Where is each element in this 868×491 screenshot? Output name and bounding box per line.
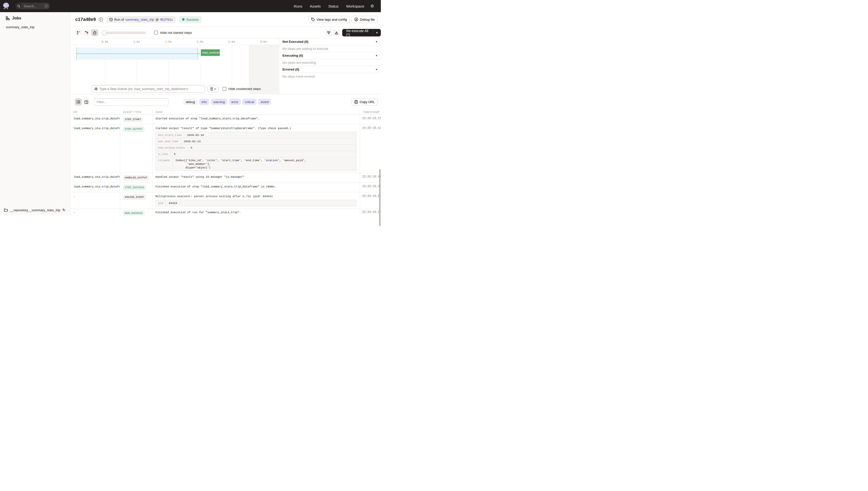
gantt-toolbar: Hide not started steps Re-execute All (*…	[70, 27, 381, 38]
folder-icon	[4, 208, 8, 212]
col-header-op[interactable]: OP	[70, 110, 120, 114]
gantt-step-box[interactable]: load_summary…	[201, 49, 220, 56]
log-timestamp[interactable]: 15:30:18.442	[360, 173, 381, 182]
level-filter-debug[interactable]: debug	[183, 99, 197, 105]
level-filter-error[interactable]: error	[229, 99, 241, 105]
gantt-chart[interactable]: 0.5s1.0s1.5s2.0s2.5s3.0s load_summary… T…	[70, 38, 279, 94]
log-row[interactable]: - ENGINE_EVENT Multiprocess executor: pa…	[70, 193, 381, 208]
copy-url-label: Copy URL	[360, 100, 375, 104]
left-sidebar: Jobs summary_stats_trip __repository__su…	[0, 12, 70, 215]
snapshot-link[interactable]: f61f761c	[160, 18, 173, 21]
metadata-row: n_rows4	[155, 151, 356, 157]
log-op: -	[70, 193, 120, 208]
metadata-value: 4	[171, 151, 178, 157]
run-of-pill: Run of summary_stats_trip @ f61f761c	[106, 16, 176, 23]
dagster-logo-icon[interactable]	[2, 2, 10, 10]
graph-query-button[interactable]	[208, 85, 219, 93]
col-header-event-type[interactable]: EVENT TYPE	[120, 110, 153, 114]
log-timestamp[interactable]: 15:30:18.451	[360, 183, 381, 192]
log-timestamp[interactable]: 15:30:18.895	[360, 193, 381, 208]
scroll-top-button[interactable]	[333, 29, 340, 36]
event-type-badge: STEP_SUCCESS	[123, 185, 146, 190]
scroll-bottom-button[interactable]	[325, 29, 332, 36]
metadata-value: Index(['bike_id', 'color', 'start_time',…	[173, 157, 309, 171]
debug-file-button[interactable]: Debug file	[351, 16, 378, 23]
status-section-header[interactable]: Errored (0) ▼	[279, 66, 381, 73]
log-timestamp[interactable]: 15:30:18.427	[360, 124, 381, 173]
reexecute-dropdown-caret[interactable]: ▼	[373, 29, 381, 36]
nav-link-assets[interactable]: Assets	[310, 4, 320, 8]
nav-link-workspace[interactable]: Workspace	[346, 4, 364, 8]
level-filter-critical[interactable]: critical	[242, 99, 256, 105]
zoom-slider[interactable]	[102, 32, 146, 34]
level-filter-event[interactable]: event	[258, 99, 271, 105]
reexecute-all-button[interactable]: Re-execute All (*) ▼	[342, 29, 381, 36]
pipeline-link[interactable]: summary_stats_trip	[125, 18, 154, 21]
zoom-slider-handle[interactable]	[102, 30, 107, 35]
vertical-scrollbar-thumb[interactable]	[379, 169, 380, 215]
log-row[interactable]: load_summary_sta…trip_dataframe HANDLED_…	[70, 173, 381, 183]
metadata-key: n_rows	[156, 151, 171, 157]
copy-url-button[interactable]: Copy URL	[351, 98, 378, 106]
search-icon	[15, 3, 22, 9]
dock-top-icon	[335, 31, 338, 34]
stopwatch-view-button[interactable]	[91, 29, 98, 36]
step-status-panel: Not Executed (0) ▼ No steps are waiting …	[279, 38, 381, 94]
chevron-up-icon	[214, 88, 216, 90]
log-event-type: RUN_SUCCESS	[120, 208, 153, 215]
log-op: -	[70, 208, 120, 215]
waterfall-view-button[interactable]	[83, 29, 90, 36]
log-list-view-button[interactable]	[75, 98, 82, 106]
dock-bottom-icon	[327, 31, 331, 34]
reexecute-all-label[interactable]: Re-execute All (*)	[342, 29, 373, 37]
event-type-badge: HANDLED_OUTPUT	[123, 175, 149, 181]
level-filter-info[interactable]: info	[199, 99, 209, 105]
log-row[interactable]: load_summary_sta…trip_dataframe STEP_SUC…	[70, 183, 381, 193]
collapse-triangle-icon[interactable]: ▼	[375, 68, 378, 71]
collapse-triangle-icon[interactable]: ▼	[375, 40, 378, 43]
hide-unselected-checkbox[interactable]	[222, 87, 226, 91]
view-tags-config-button[interactable]: View tags and config	[308, 16, 350, 23]
log-row[interactable]: load_summary_sta…trip_dataframe STEP_STA…	[70, 115, 381, 124]
column-divider	[120, 110, 120, 215]
log-structured-view-button[interactable]	[83, 98, 90, 106]
level-filter-warning[interactable]: warning	[211, 99, 227, 105]
status-section-header[interactable]: Executing (0) ▼	[279, 52, 381, 59]
col-header-info[interactable]: INFO	[153, 110, 360, 114]
nav-link-runs[interactable]: Runs	[293, 4, 302, 8]
refresh-icon[interactable]: ↻	[62, 208, 66, 212]
repository-bar[interactable]: __repository__summary_stats_trip ↻	[0, 205, 70, 215]
log-timestamp[interactable]: 15:30:18.152	[360, 115, 381, 124]
history-clock-icon	[109, 18, 113, 21]
settings-gear-icon[interactable]: ⚙	[370, 4, 374, 9]
collapse-triangle-icon[interactable]: ▼	[375, 54, 378, 57]
flat-view-icon	[77, 31, 81, 34]
flat-view-button[interactable]	[75, 29, 82, 36]
log-filter-placeholder: Filter...	[97, 100, 106, 104]
log-timestamp[interactable]: 15:30:18.904	[360, 208, 381, 215]
nav-link-status[interactable]: Status	[328, 4, 339, 8]
log-op: load_summary_sta…trip_dataframe	[70, 173, 120, 182]
hide-not-started-checkbox[interactable]	[154, 31, 158, 34]
sidebar-item-job[interactable]: summary_stats_trip	[0, 21, 70, 29]
main-content: c17a48e9 i Run of summary_stats_trip @ f…	[70, 12, 381, 215]
log-toolbar: Filter... debuginfowarningerrorcriticale…	[70, 94, 381, 110]
col-header-timestamp[interactable]: TIMESTAMP	[360, 110, 381, 114]
gantt-axis-tick: 2.0s	[197, 40, 204, 43]
status-section-empty-text: No steps are waiting to execute	[279, 45, 381, 52]
clipboard-icon	[354, 100, 358, 104]
jobs-section-header: Jobs	[0, 12, 70, 21]
step-subset-input[interactable]: Type a Step Subset (ex: load_summary_sta…	[92, 85, 205, 93]
search-input[interactable]: Search... /	[15, 3, 50, 9]
metadata-row: max_end_time2020-02-13	[155, 138, 356, 145]
status-section-header[interactable]: Not Executed (0) ▼	[279, 38, 381, 45]
log-row[interactable]: - RUN_SUCCESS Finished execution of run …	[70, 208, 381, 215]
status-section-title: Errored (0)	[282, 67, 299, 71]
event-type-badge: STEP_START	[123, 117, 143, 122]
log-row[interactable]: load_summary_sta…trip_dataframe STEP_OUT…	[70, 124, 381, 173]
info-icon[interactable]: i	[99, 18, 103, 22]
gantt-axis-tick: 0.5s	[101, 40, 108, 43]
log-info: Multiprocess executor: parent process ex…	[153, 193, 360, 208]
log-filter-input[interactable]: Filter...	[94, 98, 168, 106]
log-table: OP EVENT TYPE INFO TIMESTAMP load_summar…	[70, 110, 381, 215]
